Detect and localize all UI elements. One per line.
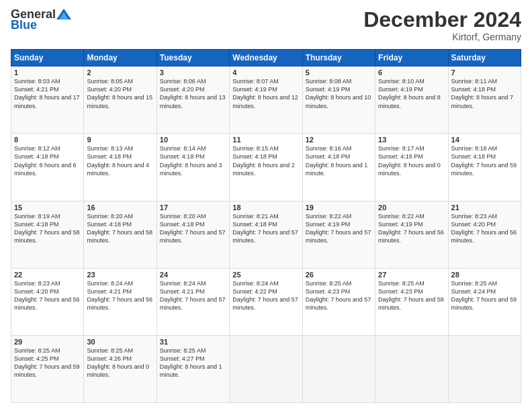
day-number: 15	[14, 203, 81, 212]
day-number: 9	[87, 136, 153, 144]
col-sunday: Sunday	[11, 50, 84, 66]
col-thursday: Thursday	[302, 50, 375, 66]
cell-info: Sunrise: 8:13 AMSunset: 4:18 PMDaylight:…	[87, 144, 153, 177]
day-number: 6	[378, 68, 445, 77]
cell-info: Sunrise: 8:24 AMSunset: 4:21 PMDaylight:…	[87, 279, 153, 312]
table-row: 19Sunrise: 8:22 AMSunset: 4:19 PMDayligh…	[302, 201, 375, 268]
day-number: 11	[232, 136, 299, 144]
table-row: 29Sunrise: 8:25 AMSunset: 4:25 PMDayligh…	[11, 335, 84, 402]
day-number: 2	[87, 68, 153, 77]
table-row: 7Sunrise: 8:11 AMSunset: 4:18 PMDaylight…	[448, 66, 521, 134]
table-row: 28Sunrise: 8:25 AMSunset: 4:24 PMDayligh…	[448, 268, 521, 335]
cell-info: Sunrise: 8:25 AMSunset: 4:23 PMDaylight:…	[306, 279, 372, 312]
col-friday: Friday	[375, 50, 448, 66]
day-number: 23	[87, 271, 153, 279]
day-number: 27	[378, 271, 445, 279]
table-row	[302, 335, 375, 402]
cell-info: Sunrise: 8:11 AMSunset: 4:18 PMDaylight:…	[451, 77, 518, 110]
table-row: 17Sunrise: 8:20 AMSunset: 4:18 PMDayligh…	[157, 201, 229, 268]
cell-info: Sunrise: 8:24 AMSunset: 4:22 PMDaylight:…	[232, 279, 299, 312]
table-row: 15Sunrise: 8:19 AMSunset: 4:18 PMDayligh…	[11, 201, 84, 268]
day-number: 4	[232, 68, 299, 77]
day-number: 26	[306, 271, 372, 279]
day-number: 30	[87, 338, 153, 346]
day-number: 17	[160, 203, 226, 212]
day-number: 19	[306, 203, 372, 212]
header-row: Sunday Monday Tuesday Wednesday Thursday…	[11, 50, 521, 66]
day-number: 16	[87, 203, 153, 212]
calendar-table: Sunday Monday Tuesday Wednesday Thursday…	[11, 49, 521, 403]
logo-blue: Blue	[11, 19, 37, 31]
month-title: December 2024	[363, 8, 521, 32]
day-number: 28	[451, 271, 518, 279]
day-number: 20	[378, 203, 445, 212]
table-row: 11Sunrise: 8:15 AMSunset: 4:18 PMDayligh…	[230, 134, 302, 201]
day-number: 7	[451, 68, 518, 77]
cell-info: Sunrise: 8:08 AMSunset: 4:19 PMDaylight:…	[306, 77, 372, 110]
day-number: 8	[14, 136, 81, 144]
table-row: 3Sunrise: 8:06 AMSunset: 4:20 PMDaylight…	[157, 66, 229, 134]
day-number: 21	[451, 203, 518, 212]
table-row: 2Sunrise: 8:05 AMSunset: 4:20 PMDaylight…	[84, 66, 157, 134]
table-row: 6Sunrise: 8:10 AMSunset: 4:19 PMDaylight…	[375, 66, 448, 134]
cell-info: Sunrise: 8:19 AMSunset: 4:18 PMDaylight:…	[14, 212, 81, 245]
cell-info: Sunrise: 8:10 AMSunset: 4:19 PMDaylight:…	[378, 77, 445, 110]
calendar-row: 22Sunrise: 8:23 AMSunset: 4:20 PMDayligh…	[11, 268, 521, 335]
header: General Blue December 2024 Kirtorf, Germ…	[11, 8, 521, 42]
cell-info: Sunrise: 8:25 AMSunset: 4:24 PMDaylight:…	[451, 279, 518, 312]
table-row: 9Sunrise: 8:13 AMSunset: 4:18 PMDaylight…	[84, 134, 157, 201]
table-row: 1Sunrise: 8:03 AMSunset: 4:21 PMDaylight…	[11, 66, 84, 134]
day-number: 24	[160, 271, 226, 279]
table-row	[375, 335, 448, 402]
table-row: 23Sunrise: 8:24 AMSunset: 4:21 PMDayligh…	[84, 268, 157, 335]
cell-info: Sunrise: 8:22 AMSunset: 4:19 PMDaylight:…	[378, 212, 445, 245]
cell-info: Sunrise: 8:05 AMSunset: 4:20 PMDaylight:…	[87, 77, 153, 110]
cell-info: Sunrise: 8:18 AMSunset: 4:18 PMDaylight:…	[451, 144, 518, 177]
cell-info: Sunrise: 8:06 AMSunset: 4:20 PMDaylight:…	[160, 77, 226, 110]
table-row: 24Sunrise: 8:24 AMSunset: 4:21 PMDayligh…	[157, 268, 229, 335]
col-saturday: Saturday	[448, 50, 521, 66]
table-row: 30Sunrise: 8:25 AMSunset: 4:26 PMDayligh…	[84, 335, 157, 402]
day-number: 14	[451, 136, 518, 144]
table-row: 27Sunrise: 8:25 AMSunset: 4:23 PMDayligh…	[375, 268, 448, 335]
location: Kirtorf, Germany	[363, 32, 521, 42]
table-row: 16Sunrise: 8:20 AMSunset: 4:18 PMDayligh…	[84, 201, 157, 268]
table-row: 26Sunrise: 8:25 AMSunset: 4:23 PMDayligh…	[302, 268, 375, 335]
logo-icon	[56, 9, 71, 19]
table-row: 10Sunrise: 8:14 AMSunset: 4:18 PMDayligh…	[157, 134, 229, 201]
table-row: 14Sunrise: 8:18 AMSunset: 4:18 PMDayligh…	[448, 134, 521, 201]
day-number: 25	[232, 271, 299, 279]
table-row: 21Sunrise: 8:23 AMSunset: 4:20 PMDayligh…	[448, 201, 521, 268]
day-number: 3	[160, 68, 226, 77]
col-wednesday: Wednesday	[230, 50, 302, 66]
cell-info: Sunrise: 8:22 AMSunset: 4:19 PMDaylight:…	[306, 212, 372, 245]
cell-info: Sunrise: 8:07 AMSunset: 4:19 PMDaylight:…	[232, 77, 299, 110]
table-row: 13Sunrise: 8:17 AMSunset: 4:18 PMDayligh…	[375, 134, 448, 201]
calendar-row: 29Sunrise: 8:25 AMSunset: 4:25 PMDayligh…	[11, 335, 521, 402]
cell-info: Sunrise: 8:25 AMSunset: 4:27 PMDaylight:…	[160, 347, 226, 379]
cell-info: Sunrise: 8:25 AMSunset: 4:26 PMDaylight:…	[87, 347, 153, 379]
day-number: 31	[160, 338, 226, 346]
cell-info: Sunrise: 8:23 AMSunset: 4:20 PMDaylight:…	[14, 279, 81, 312]
day-number: 12	[306, 136, 372, 144]
day-number: 29	[14, 338, 81, 346]
table-row: 25Sunrise: 8:24 AMSunset: 4:22 PMDayligh…	[230, 268, 302, 335]
calendar-row: 15Sunrise: 8:19 AMSunset: 4:18 PMDayligh…	[11, 201, 521, 268]
table-row	[448, 335, 521, 402]
table-row: 8Sunrise: 8:12 AMSunset: 4:18 PMDaylight…	[11, 134, 84, 201]
page: General Blue December 2024 Kirtorf, Germ…	[0, 0, 532, 411]
table-row: 4Sunrise: 8:07 AMSunset: 4:19 PMDaylight…	[230, 66, 302, 134]
cell-info: Sunrise: 8:21 AMSunset: 4:18 PMDaylight:…	[232, 212, 299, 245]
day-number: 5	[306, 68, 372, 77]
cell-info: Sunrise: 8:24 AMSunset: 4:21 PMDaylight:…	[160, 279, 226, 312]
col-tuesday: Tuesday	[157, 50, 229, 66]
cell-info: Sunrise: 8:12 AMSunset: 4:18 PMDaylight:…	[14, 144, 81, 177]
table-row: 12Sunrise: 8:16 AMSunset: 4:18 PMDayligh…	[302, 134, 375, 201]
table-row: 31Sunrise: 8:25 AMSunset: 4:27 PMDayligh…	[157, 335, 229, 402]
cell-info: Sunrise: 8:14 AMSunset: 4:18 PMDaylight:…	[160, 144, 226, 177]
table-row: 5Sunrise: 8:08 AMSunset: 4:19 PMDaylight…	[302, 66, 375, 134]
title-area: December 2024 Kirtorf, Germany	[363, 8, 521, 42]
cell-info: Sunrise: 8:15 AMSunset: 4:18 PMDaylight:…	[232, 144, 299, 177]
table-row: 22Sunrise: 8:23 AMSunset: 4:20 PMDayligh…	[11, 268, 84, 335]
day-number: 13	[378, 136, 445, 144]
